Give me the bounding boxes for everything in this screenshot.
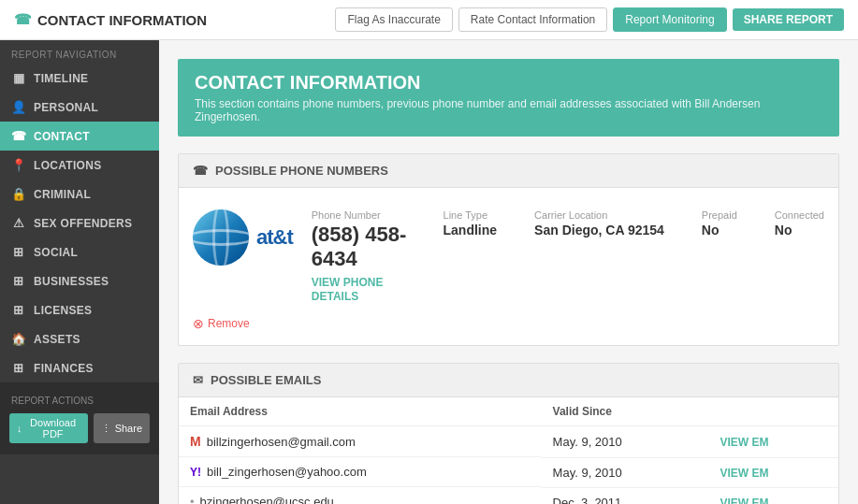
email-action-cell: VIEW EM bbox=[709, 457, 839, 487]
prepaid-label: Prepaid bbox=[702, 209, 737, 221]
timeline-icon: ▦ bbox=[11, 71, 26, 85]
yahoo-icon: Y! bbox=[190, 466, 201, 479]
remove-icon: ⊗ bbox=[193, 316, 204, 331]
sidebar-label-contact: CONTACT bbox=[34, 130, 90, 143]
table-row: M billzingerhosen@gmail.com May. 9, 2010… bbox=[179, 426, 838, 458]
view-email-link[interactable]: VIEW EM bbox=[720, 436, 769, 449]
content-title: CONTACT INFORMATION bbox=[195, 72, 822, 94]
sidebar-item-assets[interactable]: 🏠 ASSETS bbox=[0, 324, 159, 353]
sidebar: REPORT NAVIGATION ▦ TIMELINE 👤 PERSONAL … bbox=[0, 40, 159, 504]
actions-label: REPORT ACTIONS bbox=[0, 390, 159, 410]
sidebar-label-finances: FINANCES bbox=[34, 362, 94, 375]
sidebar-item-timeline[interactable]: ▦ TIMELINE bbox=[0, 64, 159, 93]
sidebar-label-locations: LOCATIONS bbox=[34, 159, 101, 172]
carrier-label: Carrier Location bbox=[534, 209, 664, 221]
email-table: Email Address Valid Since M billzingerho… bbox=[179, 397, 838, 504]
sidebar-item-licenses[interactable]: ⊞ LICENSES bbox=[0, 295, 159, 324]
download-icon: ↓ bbox=[17, 423, 22, 434]
prepaid-value: No bbox=[702, 223, 737, 238]
email-valid-cell: Dec. 3, 2011 bbox=[542, 487, 709, 504]
sidebar-item-personal[interactable]: 👤 PERSONAL bbox=[0, 93, 159, 122]
flag-inaccurate-button[interactable]: Flag As Inaccurate bbox=[335, 7, 452, 32]
att-sphere-logo bbox=[193, 209, 249, 266]
email-address: bzingerhosen@ucsc.edu bbox=[200, 495, 334, 504]
sidebar-item-social[interactable]: ⊞ SOCIAL bbox=[0, 238, 159, 266]
sidebar-label-licenses: LICENSES bbox=[34, 304, 92, 317]
email-action-cell: VIEW EM bbox=[709, 426, 839, 458]
content-header: CONTACT INFORMATION This section contain… bbox=[178, 59, 839, 137]
table-row: • bzingerhosen@ucsc.edu Dec. 3, 2011 VIE… bbox=[179, 487, 838, 504]
sidebar-item-finances[interactable]: ⊞ FINANCES bbox=[0, 353, 159, 382]
remove-button[interactable]: ⊗ Remove bbox=[193, 316, 250, 331]
locations-icon: 📍 bbox=[11, 158, 26, 172]
email-table-header-row: Email Address Valid Since bbox=[179, 397, 838, 426]
email-address-cell: Y! bill_zingerhosen@yahoo.com bbox=[179, 457, 542, 487]
email-section-title: POSSIBLE EMAILS bbox=[211, 373, 321, 387]
sidebar-label-assets: ASSETS bbox=[34, 333, 80, 346]
sex-offenders-icon: ⚠ bbox=[11, 216, 26, 230]
top-actions: Flag As Inaccurate Rate Contact Informat… bbox=[335, 7, 844, 32]
sidebar-item-criminal[interactable]: 🔒 CRIMINAL bbox=[0, 180, 159, 209]
email-col-action bbox=[709, 397, 839, 426]
email-section: ✉ POSSIBLE EMAILS Email Address Valid Si… bbox=[178, 363, 839, 504]
line-type-group: Line Type Landline bbox=[444, 209, 498, 238]
share-report-button[interactable]: SHARE REPORT bbox=[733, 8, 844, 31]
phone-number-value: (858) 458-6434 bbox=[312, 223, 425, 271]
phone-section-header: ☎ POSSIBLE PHONE NUMBERS bbox=[179, 154, 838, 188]
report-monitoring-button[interactable]: Report Monitoring bbox=[613, 7, 726, 32]
action-buttons: ↓ Download PDF ⋮ Share bbox=[0, 410, 159, 447]
content-description: This section contains phone numbers, pre… bbox=[195, 97, 822, 123]
share-icon: ⋮ bbox=[101, 423, 111, 435]
email-section-header: ✉ POSSIBLE EMAILS bbox=[179, 364, 838, 397]
rate-contact-button[interactable]: Rate Contact Information bbox=[458, 7, 607, 32]
social-icon: ⊞ bbox=[11, 245, 26, 259]
remove-label: Remove bbox=[208, 317, 250, 330]
sidebar-item-sex-offenders[interactable]: ⚠ SEX OFFENDERS bbox=[0, 209, 159, 238]
email-col-address: Email Address bbox=[179, 397, 542, 426]
licenses-icon: ⊞ bbox=[11, 303, 26, 317]
sidebar-label-social: SOCIAL bbox=[34, 246, 78, 259]
top-bar: ☎ CONTACT INFORMATION Flag As Inaccurate… bbox=[0, 0, 858, 40]
carrier-value: San Diego, CA 92154 bbox=[534, 223, 664, 238]
sidebar-item-businesses[interactable]: ⊞ BUSINESSES bbox=[0, 266, 159, 295]
share-button[interactable]: ⋮ Share bbox=[94, 413, 150, 443]
email-action-cell: VIEW EM bbox=[709, 487, 839, 504]
email-address: billzingerhosen@gmail.com bbox=[207, 435, 356, 449]
email-address: bill_zingerhosen@yahoo.com bbox=[207, 465, 367, 479]
businesses-icon: ⊞ bbox=[11, 274, 26, 288]
phone-section-icon: ☎ bbox=[193, 164, 208, 178]
main-layout: REPORT NAVIGATION ▦ TIMELINE 👤 PERSONAL … bbox=[0, 40, 858, 504]
email-valid-cell: May. 9, 2010 bbox=[542, 426, 709, 458]
finances-icon: ⊞ bbox=[11, 361, 26, 375]
page-title: ☎ CONTACT INFORMATION bbox=[14, 11, 327, 28]
sidebar-label-personal: PERSONAL bbox=[34, 101, 98, 114]
view-phone-details-link[interactable]: VIEW PHONE DETAILS bbox=[312, 276, 384, 303]
phone-info: Phone Number (858) 458-6434 VIEW PHONE D… bbox=[312, 209, 425, 303]
sidebar-item-locations[interactable]: 📍 LOCATIONS bbox=[0, 151, 159, 180]
sidebar-label-timeline: TIMELINE bbox=[34, 72, 88, 85]
report-actions: REPORT ACTIONS ↓ Download PDF ⋮ Share bbox=[0, 382, 159, 454]
view-email-link[interactable]: VIEW EM bbox=[720, 467, 769, 480]
phone-section-body: at&t Phone Number (858) 458-6434 VIEW PH… bbox=[179, 188, 838, 345]
view-email-link[interactable]: VIEW EM bbox=[720, 497, 769, 504]
download-pdf-button[interactable]: ↓ Download PDF bbox=[9, 413, 88, 443]
assets-icon: 🏠 bbox=[11, 332, 26, 346]
line-type-value: Landline bbox=[444, 223, 498, 238]
personal-icon: 👤 bbox=[11, 100, 26, 114]
att-brand: at&t bbox=[193, 209, 293, 266]
sidebar-item-contact[interactable]: ☎ CONTACT bbox=[0, 122, 159, 151]
prepaid-group: Prepaid No bbox=[702, 209, 737, 238]
criminal-icon: 🔒 bbox=[11, 187, 26, 201]
gmail-icon: M bbox=[190, 434, 201, 449]
email-section-icon: ✉ bbox=[193, 373, 203, 387]
connected-value: No bbox=[775, 223, 824, 238]
carrier-group: Carrier Location San Diego, CA 92154 bbox=[534, 209, 664, 238]
email-section-body: Email Address Valid Since M billzingerho… bbox=[179, 397, 838, 504]
table-row: Y! bill_zingerhosen@yahoo.com May. 9, 20… bbox=[179, 457, 838, 487]
phone-section-title: POSSIBLE PHONE NUMBERS bbox=[215, 164, 388, 178]
email-col-valid: Valid Since bbox=[542, 397, 709, 426]
generic-icon: • bbox=[190, 495, 195, 504]
contact-icon: ☎ bbox=[11, 129, 26, 143]
sidebar-label-sex-offenders: SEX OFFENDERS bbox=[34, 217, 132, 230]
email-valid-cell: May. 9, 2010 bbox=[542, 457, 709, 487]
